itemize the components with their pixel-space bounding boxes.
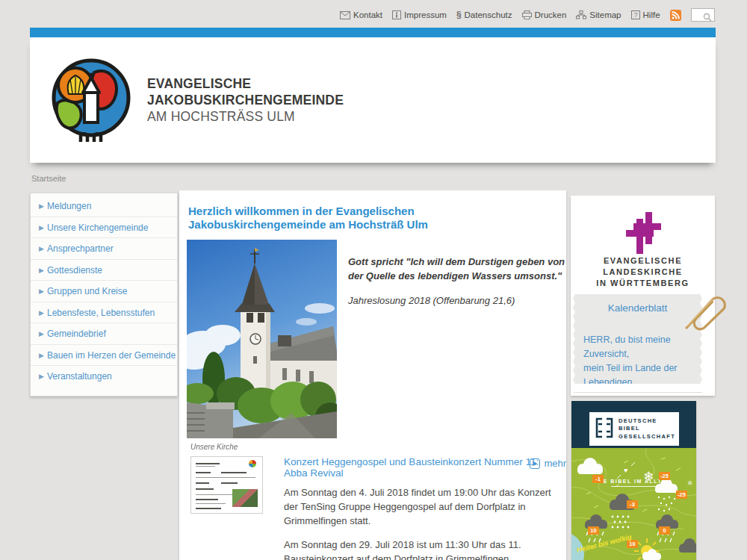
nav-item-meldungen[interactable]: ▶Meldungen: [31, 196, 177, 217]
sitemap-icon: [576, 10, 586, 19]
breadcrumb[interactable]: Startseite: [31, 174, 66, 183]
site-title: EVANGELISCHE JAKOBUSKIRCHENGEMEINDE AM H…: [147, 75, 344, 125]
landeskirche-panel: EVANGELISCHE LANDESKIRCHE IN WÜRTTEMBERG…: [571, 196, 715, 396]
page-title: Herzlich willkommen in der Evangelischen…: [188, 205, 545, 231]
svg-text:?: ?: [633, 11, 637, 19]
article-title[interactable]: Konzert Heggengospel und Bausteinkonzert…: [284, 456, 557, 479]
print-label: Drucken: [535, 10, 567, 19]
nav-item-gemeindebrief[interactable]: ▶Gemeindebrief: [31, 323, 177, 345]
nav-item-lebensfeste[interactable]: ▶Lebensfeste, Lebensstufen: [31, 302, 177, 324]
help-link[interactable]: ? Hilfe: [631, 10, 660, 19]
main-navigation: ▶Meldungen ▶Unsere Kirchengemeinde ▶Ansp…: [30, 193, 178, 396]
landeskirche-name: EVANGELISCHE LANDESKIRCHE IN WÜRTTEMBERG: [571, 255, 715, 289]
dbg-line2: BIBEL: [619, 425, 675, 433]
dbg-line3: GESELLSCHAFT: [619, 433, 675, 441]
church-photo: [187, 240, 337, 438]
dbg-map-title: DIE BIBEL IM ALLTAG: [571, 479, 696, 487]
arrow-icon: ▶: [39, 196, 44, 217]
search-icon: [703, 11, 712, 25]
temp-badge: -25: [659, 472, 670, 480]
article-thumbnail[interactable]: [190, 456, 263, 514]
article-paragraph-1: Am Sonntag den 4. Juli 2018 findet um 19…: [284, 485, 557, 528]
annual-verse: Gott spricht "Ich will dem Durstigen geb…: [348, 255, 566, 308]
arrow-icon: ▶: [39, 217, 44, 239]
dbg-book-icon: [595, 417, 614, 441]
sitemap-link[interactable]: Sitemap: [576, 10, 621, 19]
utility-bar: Kontakt Impressum § Datenschutz Drucken …: [340, 7, 715, 23]
more-label: mehr: [544, 458, 566, 469]
imprint-label: Impressum: [404, 10, 447, 19]
help-icon: ?: [631, 10, 640, 19]
flyer-logo: [249, 460, 256, 467]
flyer-photo: [232, 489, 258, 507]
imprint-link[interactable]: Impressum: [392, 10, 447, 19]
panel-divider: [574, 392, 702, 393]
nav-item-veranstaltungen[interactable]: ▶Veranstaltungen: [31, 366, 177, 388]
contact-link[interactable]: Kontakt: [340, 10, 382, 19]
play-icon: ▶: [530, 458, 540, 469]
print-link[interactable]: Drucken: [522, 10, 567, 19]
landeskirche-line2: IN WÜRTTEMBERG: [571, 278, 715, 289]
paperclip-icon: [672, 281, 745, 340]
nav-item-kirchengemeinde[interactable]: ▶Unsere Kirchengemeinde: [31, 217, 177, 239]
contact-label: Kontakt: [353, 10, 382, 19]
landeskirche-line1: EVANGELISCHE LANDESKIRCHE: [571, 255, 715, 278]
news-article: Konzert Heggengospel und Bausteinkonzert…: [190, 456, 557, 560]
search-box: [691, 8, 715, 22]
paragraph-icon: §: [456, 10, 462, 20]
nav-item-gottesdienste[interactable]: ▶Gottesdienste: [31, 260, 177, 281]
help-label: Hilfe: [643, 10, 660, 19]
landeskirche-cross-icon: [624, 212, 663, 257]
arrow-icon: ▶: [39, 345, 44, 367]
temp-badge: 10: [588, 526, 599, 535]
photo-caption: Unsere Kirche: [190, 443, 238, 451]
church-logo[interactable]: [47, 57, 135, 148]
sitemap-label: Sitemap: [589, 10, 621, 19]
site-title-line1: EVANGELISCHE: [147, 75, 344, 92]
page: Kontakt Impressum § Datenschutz Drucken …: [0, 0, 747, 560]
privacy-link[interactable]: § Datenschutz: [456, 10, 512, 20]
arrow-icon: ▶: [39, 302, 44, 324]
arrow-icon: ▶: [39, 238, 44, 260]
temp-badge: -25: [676, 491, 687, 499]
envelope-icon: [340, 11, 350, 19]
article-paragraph-2: Am Sonntag den 29. Juli 2018 ist um 11:3…: [284, 538, 557, 560]
site-title-line3: AM HOCHSTRÄSS ULM: [147, 108, 344, 125]
svg-text:♥: ♥: [624, 467, 627, 474]
arrow-icon: ▶: [39, 323, 44, 345]
dbg-line1: DEUTSCHE: [619, 417, 675, 426]
arrow-icon: ▶: [39, 366, 44, 388]
verse-source: Jahreslosung 2018 (Offenbarung 21,6): [348, 293, 566, 308]
main-content: Herzlich willkommen in der Evangelischen…: [179, 190, 566, 560]
nav-item-gruppen[interactable]: ▶Gruppen und Kreise: [31, 281, 177, 302]
nav-item-bauen[interactable]: ▶Bauen im Herzen der Gemeinde: [31, 345, 177, 367]
nav-item-ansprechpartner[interactable]: ▶Ansprechpartner: [31, 238, 177, 260]
temp-badge: -3: [627, 500, 638, 508]
dbg-logo: DEUTSCHE BIBEL GESELLSCHAFT: [589, 412, 679, 446]
accent-bar: [30, 28, 716, 37]
printer-icon: [522, 10, 532, 19]
dbg-header: DEUTSCHE BIBEL GESELLSCHAFT: [571, 401, 696, 448]
kalenderblatt-verse: HERR, du bist meine Zuversicht, mein Tei…: [583, 333, 702, 390]
arrow-icon: ▶: [39, 260, 44, 281]
info-icon: [392, 10, 401, 19]
arrow-icon: ▶: [39, 281, 44, 302]
privacy-label: Datenschutz: [465, 10, 512, 19]
bibelgesellschaft-banner[interactable]: DEUTSCHE BIBEL GESELLSCHAFT: [571, 401, 696, 560]
temp-badge: -1: [592, 475, 604, 483]
site-header: EVANGELISCHE JAKOBUSKIRCHENGEMEINDE AM H…: [30, 37, 716, 163]
rss-icon[interactable]: [670, 10, 681, 21]
temp-badge: 0: [659, 526, 670, 535]
more-link[interactable]: ▶ mehr: [530, 458, 566, 469]
dbg-weather-map: ♥ ❄ ❄: [571, 448, 696, 560]
verse-text: Gott spricht "Ich will dem Durstigen geb…: [348, 255, 566, 283]
site-title-line2: JAKOBUSKIRCHENGEMEINDE: [147, 92, 344, 108]
